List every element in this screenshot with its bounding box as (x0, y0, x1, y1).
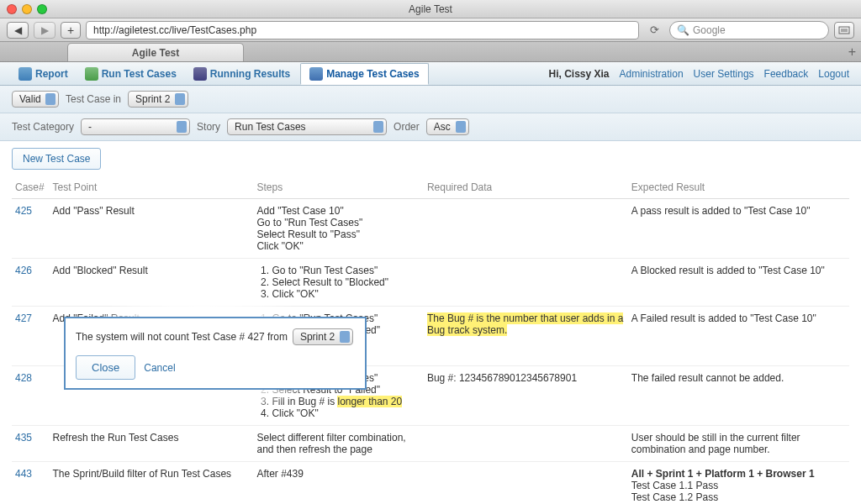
col-case-header: Case# (12, 176, 50, 199)
nav-manage-test-cases[interactable]: Manage Test Cases (300, 63, 429, 85)
table-row: 435Refresh the Run Test CasesSelect diff… (12, 426, 849, 462)
required-data-cell (424, 462, 628, 505)
link-logout[interactable]: Logout (818, 68, 849, 80)
expected-result-cell: User should be still in the current filt… (628, 426, 849, 462)
reload-button[interactable]: ⟳ (644, 22, 664, 39)
nav-manage-label: Manage Test Cases (326, 68, 420, 80)
dialog-cancel-link[interactable]: Cancel (144, 362, 175, 374)
new-tab-button[interactable]: + (61, 22, 81, 39)
nav-run-label: Run Test Cases (102, 68, 177, 80)
expected-result-cell: A Failed result is added to "Test Case 1… (628, 307, 849, 366)
browser-toolbar: ◀ ▶ + http://agiletest.cc/live/TestCases… (0, 18, 861, 42)
running-icon (193, 67, 207, 81)
nav-run-test-cases[interactable]: Run Test Cases (78, 64, 183, 84)
test-point-cell: Add "Pass" Result (50, 199, 254, 259)
new-test-case-button[interactable]: New Test Case (12, 148, 101, 170)
order-label: Order (394, 121, 420, 133)
browser-tab-active[interactable]: Agile Test (67, 43, 244, 61)
window-title: Agile Test (0, 3, 861, 15)
app-nav: Report Run Test Cases Running Results Ma… (0, 62, 861, 86)
col-steps-header: Steps (253, 176, 423, 199)
expected-result-cell: A Blocked result is added to "Test Case … (628, 259, 849, 307)
expected-result-cell: The failed result cannot be added. (628, 366, 849, 426)
story-select[interactable]: Run Test Cases (227, 118, 387, 135)
link-feedback[interactable]: Feedback (764, 68, 809, 80)
link-user-settings[interactable]: User Settings (694, 68, 754, 80)
table-row: 443The Sprint/Build filter of Run Test C… (12, 462, 849, 505)
steps-cell: Go to "Run Test Cases"Select Result to "… (253, 259, 423, 307)
svg-rect-0 (839, 27, 849, 34)
url-bar[interactable]: http://agiletest.cc/live/TestCases.php (86, 21, 639, 39)
nav-running-results[interactable]: Running Results (187, 64, 297, 84)
expected-result-cell: A pass result is added to "Test Case 10" (628, 199, 849, 259)
browser-tabstrip: Agile Test + (0, 42, 861, 62)
nav-report-label: Report (35, 68, 68, 80)
link-administration[interactable]: Administration (620, 68, 684, 80)
url-text: http://agiletest.cc/live/TestCases.php (93, 24, 256, 36)
greeting: Hi, Cissy Xia (548, 68, 609, 80)
test-point-cell: Add "Blocked" Result (50, 259, 254, 307)
dialog-message: The system will not count Test Case # 42… (76, 331, 288, 343)
window-titlebar: Agile Test (0, 0, 861, 18)
browser-search[interactable]: 🔍 Google (669, 21, 829, 39)
case-link[interactable]: 428 (15, 372, 32, 384)
table-row: 425Add "Pass" ResultAdd "Test Case 10" G… (12, 199, 849, 259)
col-req-header: Required Data (424, 176, 628, 199)
col-exp-header: Expected Result (628, 176, 849, 199)
table-row: 426Add "Blocked" ResultGo to "Run Test C… (12, 259, 849, 307)
required-data-cell: The Bug # is the number that user adds i… (424, 307, 628, 366)
case-link[interactable]: 426 (15, 265, 32, 276)
dialog-sprint-select[interactable]: Sprint 2 (293, 328, 353, 345)
manage-icon (309, 67, 323, 81)
dialog-close-button[interactable]: Close (76, 355, 135, 380)
forward-button[interactable]: ▶ (34, 22, 55, 39)
search-placeholder: Google (693, 24, 726, 36)
col-tp-header: Test Point (50, 176, 254, 199)
test-point-cell: Refresh the Run Test Cases (50, 426, 254, 462)
category-select[interactable]: - (81, 118, 190, 135)
required-data-cell (424, 259, 628, 307)
required-data-cell (424, 426, 628, 462)
report-icon (18, 67, 32, 81)
order-select[interactable]: Asc (426, 118, 469, 135)
tc-in-label: Test Case in (66, 93, 121, 105)
steps-cell: Add "Test Case 10" Go to "Run Test Cases… (253, 199, 423, 259)
add-tab-button[interactable]: + (848, 45, 856, 60)
expected-result-cell: All + Sprint 1 + Platform 1 + Browser 1T… (628, 462, 849, 505)
sprint-select[interactable]: Sprint 2 (128, 91, 188, 108)
filter-row-2: Test Category - Story Run Test Cases Ord… (0, 113, 861, 141)
category-label: Test Category (12, 121, 74, 133)
back-button[interactable]: ◀ (7, 22, 29, 39)
reader-button[interactable] (834, 22, 854, 39)
validity-select[interactable]: Valid (12, 91, 59, 108)
run-icon (85, 67, 98, 81)
required-data-cell (424, 199, 628, 259)
case-link[interactable]: 427 (15, 312, 32, 324)
filter-row-1: Valid Test Case in Sprint 2 (0, 86, 861, 113)
nav-right: Hi, Cissy Xia Administration User Settin… (548, 68, 849, 80)
remove-case-dialog: The system will not count Test Case # 42… (64, 317, 367, 390)
story-label: Story (197, 121, 220, 133)
case-link[interactable]: 435 (15, 432, 32, 444)
nav-report[interactable]: Report (12, 64, 75, 84)
case-link[interactable]: 443 (15, 468, 32, 480)
test-point-cell: The Sprint/Build filter of Run Test Case… (50, 462, 254, 505)
reader-icon (838, 26, 850, 34)
case-link[interactable]: 425 (15, 205, 32, 217)
steps-cell: Select different filter combination, and… (253, 426, 423, 462)
search-icon: 🔍 (677, 24, 689, 36)
required-data-cell: Bug #: 123456789012345678901 (424, 366, 628, 426)
nav-running-label: Running Results (210, 68, 290, 80)
steps-cell: After #439 (253, 462, 423, 505)
